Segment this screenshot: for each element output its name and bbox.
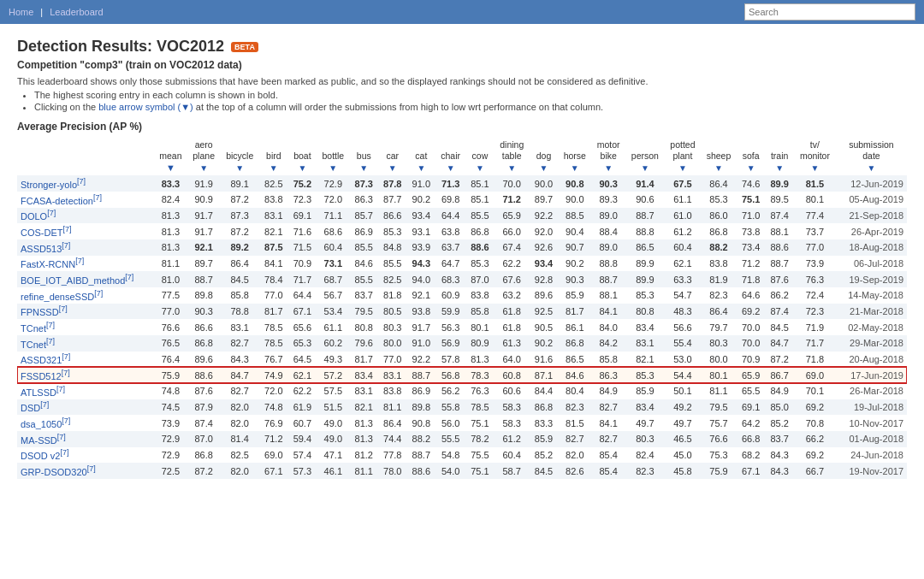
cell-car: 80.5: [378, 304, 407, 320]
row-name[interactable]: FSSD512[7]: [17, 367, 154, 383]
cell-dog: 90.5: [530, 319, 559, 335]
row-name[interactable]: MA-SSD[7]: [17, 431, 154, 447]
row-name[interactable]: TCnet[7]: [17, 319, 154, 335]
row-name[interactable]: FPNSSD[7]: [17, 304, 154, 320]
cell-car: 85.3: [378, 223, 407, 239]
row-name[interactable]: COS-DET[7]: [17, 223, 154, 239]
arrow-chair[interactable]: ▼: [435, 162, 465, 175]
cell-person: 85.9: [625, 383, 665, 399]
arrow-motor[interactable]: ▼: [591, 162, 625, 175]
row-name[interactable]: GRP-DSOD320[7]: [17, 463, 154, 479]
cell-cow: 75.1: [465, 415, 495, 431]
table-row: MA-SSD[7]72.987.081.471.259.449.081.374.…: [17, 431, 907, 447]
cell-mean: 83.3: [154, 175, 187, 192]
row-name[interactable]: ASSD513[7]: [17, 239, 154, 256]
cell-bus: 87.3: [350, 175, 379, 192]
arrow-dining[interactable]: ▼: [495, 162, 530, 175]
cell-tv: 70.1: [794, 383, 836, 399]
row-name[interactable]: Stronger-yolo[7]: [17, 175, 154, 192]
col-sheep: sheep: [701, 138, 737, 162]
cell-bus: 81.3: [350, 431, 379, 447]
cell-chair: 56.2: [435, 383, 465, 399]
cell-motor: 85.4: [591, 447, 625, 464]
arrow-tv[interactable]: ▼: [794, 162, 836, 175]
row-name[interactable]: DOLO[7]: [17, 208, 154, 224]
cell-dining: 61.8: [495, 319, 530, 335]
beta-badge: BETA: [231, 42, 258, 52]
search-input[interactable]: [744, 3, 915, 21]
row-name[interactable]: ATLSSD[7]: [17, 383, 154, 399]
arrow-mean[interactable]: ▼: [154, 162, 187, 175]
arrow-potted[interactable]: ▼: [665, 162, 701, 175]
cell-bus: 81.3: [350, 415, 379, 431]
leaderboard-link[interactable]: Leaderboard: [50, 7, 103, 17]
cell-tv: 77.0: [794, 239, 836, 256]
arrow-bicycle[interactable]: ▼: [220, 162, 259, 175]
cell-train: 85.0: [765, 399, 794, 416]
arrow-cat[interactable]: ▼: [407, 162, 436, 175]
cell-person: 49.7: [625, 415, 665, 431]
cell-tv: 81.5: [794, 175, 836, 192]
cell-person: 82.4: [625, 447, 665, 464]
cell-person: 83.4: [625, 399, 665, 416]
arrow-date[interactable]: ▼: [836, 162, 907, 175]
cell-bottle: 68.6: [317, 223, 349, 239]
cell-car: 82.5: [378, 271, 407, 287]
cell-bird: 76.7: [259, 352, 288, 368]
arrow-sofa[interactable]: ▼: [737, 162, 766, 175]
row-name[interactable]: ASSD321[7]: [17, 352, 154, 368]
cell-bus: 85.5: [350, 239, 379, 256]
arrow-train[interactable]: ▼: [765, 162, 794, 175]
cell-potted: 61.2: [665, 223, 701, 239]
cell-sheep: 86.8: [701, 223, 737, 239]
cell-aero: 86.6: [187, 319, 220, 335]
cell-cow: 85.3: [465, 256, 495, 272]
arrow-horse[interactable]: ▼: [558, 162, 591, 175]
arrow-aero[interactable]: ▼: [187, 162, 220, 175]
cell-sheep: 75.7: [701, 415, 737, 431]
cell-tv: 76.3: [794, 271, 836, 287]
row-name[interactable]: DSOD v2[7]: [17, 447, 154, 464]
row-name[interactable]: DSD[7]: [17, 399, 154, 416]
row-date: 05-Aug-2019: [836, 192, 907, 208]
home-link[interactable]: Home: [9, 7, 33, 17]
arrow-bird[interactable]: ▼: [259, 162, 288, 175]
cell-tv: 71.7: [794, 335, 836, 352]
row-date: 06-Jul-2018: [836, 256, 907, 272]
cell-horse: 90.3: [558, 271, 591, 287]
row-name[interactable]: refine_denseSSD[7]: [17, 287, 154, 304]
row-name[interactable]: FastX-RCNN[7]: [17, 256, 154, 272]
cell-bicycle: 82.5: [220, 447, 259, 464]
cell-aero: 91.7: [187, 208, 220, 224]
cell-bird: 78.4: [259, 271, 288, 287]
cell-dog: 92.8: [530, 271, 559, 287]
cell-bus: 85.7: [350, 208, 379, 224]
arrow-cow[interactable]: ▼: [465, 162, 495, 175]
arrow-boat[interactable]: ▼: [288, 162, 317, 175]
arrow-person[interactable]: ▼: [625, 162, 665, 175]
cell-motor: 85.8: [591, 352, 625, 368]
row-name[interactable]: TCnet[7]: [17, 335, 154, 352]
table-row: FSSD512[7]75.988.684.774.962.157.283.483…: [17, 367, 907, 383]
arrow-dog[interactable]: ▼: [530, 162, 559, 175]
col-aero: aeroplane: [187, 138, 220, 162]
cell-horse: 84.6: [558, 367, 591, 383]
cell-tv: 73.9: [794, 256, 836, 272]
row-name[interactable]: FCASA-detection[7]: [17, 192, 154, 208]
cell-bird: 74.9: [259, 367, 288, 383]
arrow-car[interactable]: ▼: [378, 162, 407, 175]
cell-chair: 56.8: [435, 367, 465, 383]
row-name[interactable]: dsa_1050[7]: [17, 415, 154, 431]
arrow-bus[interactable]: ▼: [350, 162, 379, 175]
cell-boat: 75.2: [288, 175, 317, 192]
arrow-bottle[interactable]: ▼: [317, 162, 349, 175]
table-row: dsa_1050[7]73.987.482.076.960.749.081.38…: [17, 415, 907, 431]
arrow-sheep[interactable]: ▼: [701, 162, 737, 175]
title-text: Detection Results: VOC2012: [17, 38, 224, 56]
cell-potted: 63.3: [665, 271, 701, 287]
cell-boat: 60.7: [288, 415, 317, 431]
cell-dog: 87.1: [530, 367, 559, 383]
row-name[interactable]: BOE_IOT_AIBD_method[7]: [17, 271, 154, 287]
cell-dining: 67.4: [495, 239, 530, 256]
table-row: COS-DET[7]81.391.787.282.171.668.686.985…: [17, 223, 907, 239]
